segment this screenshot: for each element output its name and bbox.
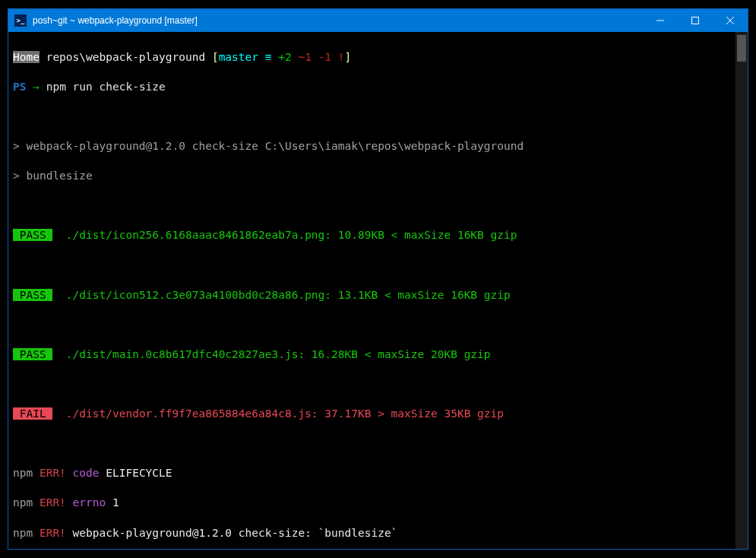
home-badge: Home: [13, 51, 40, 63]
titlebar-left: >_ posh~git ~ webpack-playground [master…: [8, 14, 198, 27]
window-controls: [643, 9, 748, 32]
terminal-output: Home repos\webpack-playground [master ≡ …: [13, 35, 743, 549]
svg-rect-1: [692, 17, 699, 24]
minimize-button[interactable]: [643, 9, 678, 32]
result-line: ./dist/icon512.c3e073a4100bd0c28a86.png:…: [66, 289, 511, 301]
scrollbar-thumb[interactable]: [737, 35, 746, 62]
result-line: ./dist/main.0c8b617dfc40c2827ae3.js: 16.…: [66, 348, 491, 360]
window-title: posh~git ~ webpack-playground [master]: [33, 15, 198, 26]
terminal-body[interactable]: Home repos\webpack-playground [master ≡ …: [8, 32, 748, 549]
titlebar[interactable]: >_ posh~git ~ webpack-playground [master…: [8, 9, 748, 32]
powershell-icon: >_: [14, 14, 27, 27]
close-button[interactable]: [713, 9, 748, 32]
pass-badge: PASS: [13, 289, 52, 301]
pass-badge: PASS: [13, 229, 52, 241]
pass-badge: PASS: [13, 348, 52, 360]
terminal-window: >_ posh~git ~ webpack-playground [master…: [8, 8, 748, 550]
fail-badge: FAIL: [13, 407, 52, 420]
maximize-button[interactable]: [678, 9, 713, 32]
result-line: ./dist/vendor.ff9f7ea865884e6a84c8.js: 3…: [66, 407, 504, 420]
scrollbar[interactable]: [735, 32, 748, 549]
result-line: ./dist/icon256.6168aaac8461862eab7a.png:…: [66, 229, 517, 241]
